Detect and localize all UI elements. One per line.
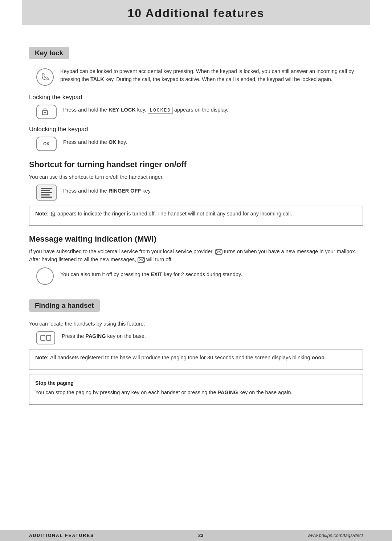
key-lock-intro-text: Keypad can be locked to prevent accident… bbox=[60, 67, 363, 84]
locking-text: Press and hold the KEY LOCK key. LOCKED … bbox=[63, 106, 228, 114]
ringer-off-icon bbox=[36, 185, 57, 201]
mwi-body: If you have subscribed to the voicemail … bbox=[29, 247, 363, 264]
finding-note-box: Note: All handsets registered to the bas… bbox=[29, 350, 363, 369]
svg-rect-7 bbox=[41, 335, 45, 340]
footer-title: ADDITIONAL FEATURES bbox=[29, 533, 94, 538]
key-lock-intro-row: Keypad can be locked to prevent accident… bbox=[36, 67, 363, 87]
mwi-heading: Message waiting indication (MWI) bbox=[29, 234, 363, 244]
mwi-exit-text: You can also turn it off by pressing the… bbox=[60, 270, 242, 278]
finding-paging-row: Press the PAGING key on the base. bbox=[36, 331, 363, 344]
footer-url: www.philips.com/faqs/dect bbox=[308, 533, 363, 538]
ok-bold-label: OK bbox=[109, 139, 117, 145]
chapter-title: 10 Additional features bbox=[36, 7, 356, 20]
ringer-off-key-label: RINGER OFF bbox=[109, 188, 141, 194]
unlocking-row: OK Press and hold the OK key. bbox=[36, 137, 363, 151]
mwi-exit-row: You can also turn it off by pressing the… bbox=[36, 267, 363, 285]
ok-key-label: OK bbox=[43, 141, 50, 146]
envelope-icon-1 bbox=[215, 249, 222, 255]
footer-page-number: 23 bbox=[198, 533, 203, 538]
finding-heading-box: Finding a handset bbox=[29, 299, 100, 312]
paging-key-label: PAGING bbox=[85, 333, 106, 339]
stop-paging-heading: Stop the paging bbox=[35, 379, 357, 387]
key-lock-key-icon bbox=[36, 105, 57, 119]
key-lock-icon-svg bbox=[41, 108, 52, 116]
key-lock-section: Key lock Keypad can be locked to prevent… bbox=[29, 41, 363, 151]
mwi-section: Message waiting indication (MWI) If you … bbox=[29, 234, 363, 285]
shortcut-note-text: Note: appears to indicate the ringer is … bbox=[35, 210, 357, 218]
stop-paging-text: You can stop the paging by pressing any … bbox=[35, 388, 357, 396]
finding-note-label: Note: bbox=[35, 355, 50, 360]
page-footer: ADDITIONAL FEATURES 23 www.philips.com/f… bbox=[0, 530, 392, 541]
ok-key-icon: OK bbox=[36, 137, 57, 151]
shortcut-section: Shortcut for turning handset ringer on/o… bbox=[29, 160, 363, 226]
ringer-line-2 bbox=[41, 190, 50, 191]
exit-key-icon bbox=[36, 267, 54, 285]
chapter-header: 10 Additional features bbox=[22, 0, 370, 25]
page-wrapper: 10 Additional features Key lock Keypad c… bbox=[0, 0, 392, 541]
finding-section: Finding a handset You can locate the han… bbox=[29, 294, 363, 405]
content-area: Key lock Keypad can be locked to prevent… bbox=[0, 25, 392, 439]
finding-paging-text: Press the PAGING key on the base. bbox=[62, 332, 146, 340]
ringer-off-row: Press and hold the RINGER OFF key. bbox=[36, 185, 363, 201]
ringer-line-5 bbox=[41, 197, 52, 198]
envelope-icon-2 bbox=[138, 257, 145, 263]
finding-note-text: Note: All handsets registered to the bas… bbox=[35, 354, 357, 362]
exit-key-label: EXIT bbox=[151, 271, 162, 277]
shortcut-heading: Shortcut for turning handset ringer on/o… bbox=[29, 160, 363, 169]
talk-key-label: TALK bbox=[90, 76, 104, 82]
key-lock-key-label: KEY LOCK bbox=[109, 107, 136, 113]
phone-icon bbox=[36, 68, 54, 86]
bell-slash-icon bbox=[50, 211, 56, 217]
ringer-line-3 bbox=[41, 192, 52, 193]
phone-handset-svg bbox=[40, 72, 50, 82]
shortcut-body: You can use this shortcut to turn on/off… bbox=[29, 173, 363, 181]
finding-body: You can locate the handsets by using thi… bbox=[29, 320, 363, 328]
stop-paging-key-label: PAGING bbox=[217, 389, 238, 395]
ringer-line-1 bbox=[41, 188, 52, 189]
stop-paging-box: Stop the paging You can stop the paging … bbox=[29, 375, 363, 405]
oooo-text: oooo bbox=[312, 355, 324, 360]
shortcut-note-box: Note: appears to indicate the ringer is … bbox=[29, 206, 363, 225]
svg-point-1 bbox=[44, 112, 46, 113]
finding-heading: Finding a handset bbox=[35, 302, 94, 310]
paging-icon-svg bbox=[40, 334, 52, 342]
unlocking-text: Press and hold the OK key. bbox=[63, 138, 127, 146]
ringer-lines bbox=[41, 188, 52, 198]
locking-heading: Locking the keypad bbox=[29, 94, 363, 101]
key-lock-heading: Key lock bbox=[35, 49, 63, 57]
paging-key-icon bbox=[36, 331, 55, 344]
ringer-line-4 bbox=[41, 194, 50, 195]
svg-rect-8 bbox=[46, 335, 51, 340]
note-label: Note: bbox=[35, 211, 50, 217]
locked-display: LOCKED bbox=[148, 107, 173, 114]
key-lock-heading-box: Key lock bbox=[29, 47, 69, 59]
locking-row: Press and hold the KEY LOCK key. LOCKED … bbox=[36, 105, 363, 119]
ringer-off-text: Press and hold the RINGER OFF key. bbox=[63, 187, 152, 195]
unlocking-heading: Unlocking the keypad bbox=[29, 126, 363, 133]
